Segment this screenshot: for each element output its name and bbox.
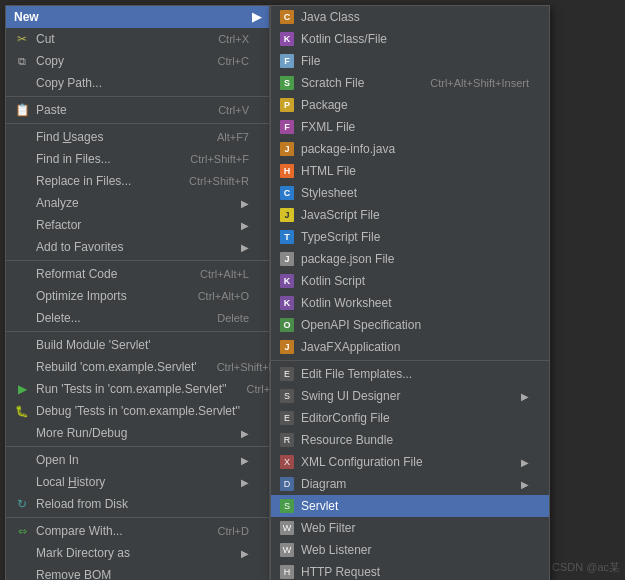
- copy-path-item[interactable]: Copy Path...: [6, 72, 269, 94]
- swing-label: Swing UI Designer: [301, 389, 513, 403]
- kotlin-worksheet-item[interactable]: K Kotlin Worksheet: [271, 292, 549, 314]
- run-tests-item[interactable]: ▶ Run 'Tests in 'com.example.Servlet'' C…: [6, 378, 269, 400]
- editorconfig-item[interactable]: E EditorConfig File: [271, 407, 549, 429]
- openapi-item[interactable]: O OpenAPI Specification: [271, 314, 549, 336]
- debug-tests-item[interactable]: 🐛 Debug 'Tests in 'com.example.Servlet'': [6, 400, 269, 422]
- open-in-arrow: ▶: [241, 455, 249, 466]
- html-item[interactable]: H HTML File: [271, 160, 549, 182]
- http-icon: H: [279, 564, 295, 580]
- copy-shortcut: Ctrl+C: [218, 55, 249, 67]
- local-history-arrow: ▶: [241, 477, 249, 488]
- replace-in-files-item[interactable]: Replace in Files... Ctrl+Shift+R: [6, 170, 269, 192]
- java-class-icon: C: [279, 9, 295, 25]
- add-favorites-item[interactable]: Add to Favorites ▶: [6, 236, 269, 258]
- open-in-item[interactable]: Open In ▶: [6, 449, 269, 471]
- reformat-shortcut: Ctrl+Alt+L: [200, 268, 249, 280]
- remove-bom-item[interactable]: Remove BOM: [6, 564, 269, 580]
- scratch-file-icon: S: [279, 75, 295, 91]
- diagram-item[interactable]: D Diagram ▶: [271, 473, 549, 495]
- stylesheet-item[interactable]: C Stylesheet: [271, 182, 549, 204]
- file-label: File: [301, 54, 529, 68]
- reformat-item[interactable]: Reformat Code Ctrl+Alt+L: [6, 263, 269, 285]
- javafx-icon: J: [279, 339, 295, 355]
- package-item[interactable]: P Package: [271, 94, 549, 116]
- java-class-item[interactable]: C Java Class: [271, 6, 549, 28]
- copy-label: Copy: [36, 54, 198, 68]
- favorites-icon: [14, 239, 30, 255]
- http-request-item[interactable]: H HTTP Request: [271, 561, 549, 580]
- scratch-file-item[interactable]: S Scratch File Ctrl+Alt+Shift+Insert: [271, 72, 549, 94]
- find-in-files-icon: [14, 151, 30, 167]
- package-info-item[interactable]: J package-info.java: [271, 138, 549, 160]
- diagram-icon: D: [279, 476, 295, 492]
- paste-icon: 📋: [14, 102, 30, 118]
- kotlin-file-item[interactable]: K Kotlin Class/File: [271, 28, 549, 50]
- js-item[interactable]: J JavaScript File: [271, 204, 549, 226]
- paste-item[interactable]: 📋 Paste Ctrl+V: [6, 99, 269, 121]
- more-run-item[interactable]: More Run/Debug ▶: [6, 422, 269, 444]
- new-label: New: [14, 10, 252, 24]
- mark-dir-arrow: ▶: [241, 548, 249, 559]
- xml-config-item[interactable]: X XML Configuration File ▶: [271, 451, 549, 473]
- fxml-icon: F: [279, 119, 295, 135]
- file-item[interactable]: F File: [271, 50, 549, 72]
- edit-templates-item[interactable]: E Edit File Templates...: [271, 363, 549, 385]
- compare-label: Compare With...: [36, 524, 198, 538]
- delete-icon: [14, 310, 30, 326]
- servlet-item[interactable]: S Servlet: [271, 495, 549, 517]
- resource-bundle-item[interactable]: R Resource Bundle: [271, 429, 549, 451]
- diagram-arrow: ▶: [521, 479, 529, 490]
- local-history-icon: [14, 474, 30, 490]
- left-context-menu: New ▶ ✂ Cut Ctrl+X ⧉ Copy Ctrl+C Copy Pa…: [5, 5, 270, 580]
- file-icon: F: [279, 53, 295, 69]
- compare-with-item[interactable]: ⇔ Compare With... Ctrl+D: [6, 520, 269, 542]
- mark-directory-item[interactable]: Mark Directory as ▶: [6, 542, 269, 564]
- cut-item[interactable]: ✂ Cut Ctrl+X: [6, 28, 269, 50]
- local-history-item[interactable]: Local History ▶: [6, 471, 269, 493]
- paste-shortcut: Ctrl+V: [218, 104, 249, 116]
- ts-item[interactable]: T TypeScript File: [271, 226, 549, 248]
- web-filter-item[interactable]: W Web Filter: [271, 517, 549, 539]
- web-listener-item[interactable]: W Web Listener: [271, 539, 549, 561]
- fxml-item[interactable]: F FXML File: [271, 116, 549, 138]
- copy-path-label: Copy Path...: [36, 76, 249, 90]
- refactor-arrow: ▶: [241, 220, 249, 231]
- watermark: CSDN @ac某: [552, 560, 620, 575]
- edit-templates-label: Edit File Templates...: [301, 367, 529, 381]
- analyze-item[interactable]: Analyze ▶: [6, 192, 269, 214]
- pkg-info-label: package-info.java: [301, 142, 529, 156]
- kotlin-script-label: Kotlin Script: [301, 274, 529, 288]
- rebuild-item[interactable]: Rebuild 'com.example.Servlet' Ctrl+Shift…: [6, 356, 269, 378]
- web-filter-icon: W: [279, 520, 295, 536]
- html-label: HTML File: [301, 164, 529, 178]
- build-module-item[interactable]: Build Module 'Servlet': [6, 334, 269, 356]
- optimize-item[interactable]: Optimize Imports Ctrl+Alt+O: [6, 285, 269, 307]
- scratch-file-label: Scratch File: [301, 76, 410, 90]
- delete-item[interactable]: Delete... Delete: [6, 307, 269, 329]
- refactor-item[interactable]: Refactor ▶: [6, 214, 269, 236]
- compare-icon: ⇔: [14, 523, 30, 539]
- find-in-files-label: Find in Files...: [36, 152, 170, 166]
- package-label: Package: [301, 98, 529, 112]
- find-in-files-item[interactable]: Find in Files... Ctrl+Shift+F: [6, 148, 269, 170]
- run-label: Run 'Tests in 'com.example.Servlet'': [36, 382, 227, 396]
- kotlin-worksheet-label: Kotlin Worksheet: [301, 296, 529, 310]
- pkg-json-item[interactable]: J package.json File: [271, 248, 549, 270]
- javafx-item[interactable]: J JavaFXApplication: [271, 336, 549, 358]
- scissors-icon: ✂: [14, 31, 30, 47]
- kotlin-script-item[interactable]: K Kotlin Script: [271, 270, 549, 292]
- new-menu-header[interactable]: New ▶: [6, 6, 269, 28]
- openapi-icon: O: [279, 317, 295, 333]
- swing-item[interactable]: S Swing UI Designer ▶: [271, 385, 549, 407]
- more-run-arrow: ▶: [241, 428, 249, 439]
- cut-label: Cut: [36, 32, 198, 46]
- reload-disk-item[interactable]: ↻ Reload from Disk: [6, 493, 269, 515]
- find-in-files-shortcut: Ctrl+Shift+F: [190, 153, 249, 165]
- rebuild-icon: [14, 359, 30, 375]
- copy-item[interactable]: ⧉ Copy Ctrl+C: [6, 50, 269, 72]
- add-favorites-label: Add to Favorites: [36, 240, 233, 254]
- sep2: [6, 123, 269, 124]
- new-submenu: C Java Class K Kotlin Class/File F File …: [270, 5, 550, 580]
- find-usages-item[interactable]: Find Usages Alt+F7: [6, 126, 269, 148]
- ts-icon: T: [279, 229, 295, 245]
